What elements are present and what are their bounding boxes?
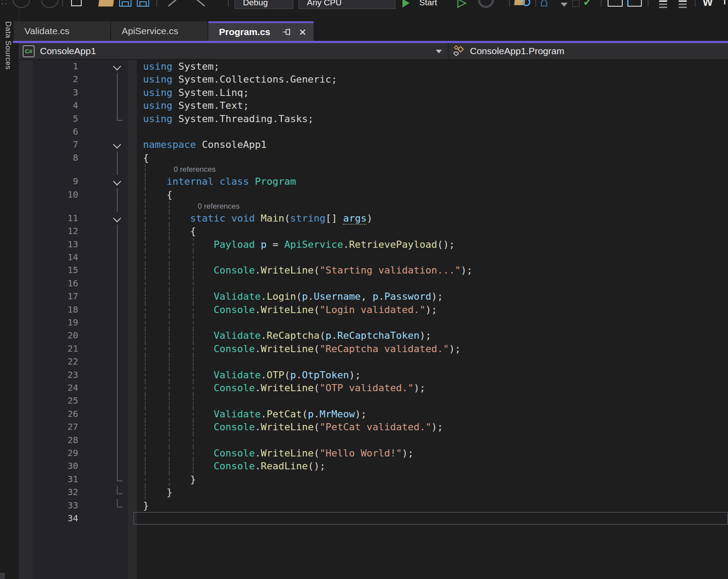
- code-line[interactable]: 7namespace ConsoleApp1: [19, 138, 728, 151]
- code-text[interactable]: static void Main(string[] args): [137, 212, 728, 225]
- code-line[interactable]: 28: [19, 434, 728, 447]
- breakpoint-margin-cell[interactable]: [19, 99, 32, 112]
- codelens-text-cell[interactable]: 0 references: [137, 201, 728, 212]
- code-text[interactable]: [137, 394, 728, 407]
- breakpoint-margin-cell[interactable]: [19, 355, 32, 368]
- breakpoint-margin-cell[interactable]: [19, 151, 32, 164]
- breakpoint-margin-cell[interactable]: [19, 201, 32, 212]
- code-text[interactable]: [137, 277, 728, 290]
- breakpoint-margin-cell[interactable]: [19, 86, 32, 99]
- debug-configuration-dropdown[interactable]: Debug: [235, 0, 293, 9]
- code-text[interactable]: }: [137, 473, 728, 486]
- code-line[interactable]: 21 Console.WriteLine("ReCaptcha validate…: [19, 342, 728, 355]
- breakpoint-margin-cell[interactable]: [19, 460, 32, 472]
- toolbar-overflow-icon[interactable]: [724, 0, 728, 4]
- codelens-references-label[interactable]: 0 references: [143, 164, 216, 175]
- code-line[interactable]: 6: [19, 125, 728, 138]
- breakpoint-margin-cell[interactable]: [19, 499, 32, 512]
- breakpoint-margin-cell[interactable]: [19, 316, 32, 329]
- code-line[interactable]: 25: [19, 394, 728, 407]
- open-folder-icon[interactable]: [98, 0, 115, 7]
- code-line[interactable]: 30 Console.ReadLine();: [19, 460, 728, 472]
- breakpoint-margin-cell[interactable]: [19, 329, 32, 342]
- start-button-label[interactable]: Start: [419, 0, 437, 8]
- fold-chevron-icon[interactable]: [113, 214, 121, 222]
- code-text[interactable]: Console.WriteLine("Starting validation..…: [137, 264, 728, 277]
- codelens-row[interactable]: 0 references: [19, 201, 728, 212]
- code-line[interactable]: 16: [19, 277, 728, 290]
- code-text[interactable]: Payload p = ApiService.RetrievePayload()…: [137, 238, 728, 251]
- code-line[interactable]: 13 Payload p = ApiService.RetrievePayloa…: [19, 238, 728, 251]
- breakpoint-margin-cell[interactable]: [19, 408, 32, 420]
- new-file-icon[interactable]: [71, 0, 82, 6]
- find-in-files-magnifier-icon[interactable]: [522, 0, 530, 6]
- code-line[interactable]: 19: [19, 316, 728, 329]
- breakpoint-margin-cell[interactable]: [19, 175, 32, 188]
- align-lines-icon[interactable]: [679, 0, 687, 9]
- codelens-row[interactable]: 0 references: [19, 164, 728, 175]
- run-code-analysis-check-icon[interactable]: ✓: [583, 0, 593, 9]
- code-line[interactable]: 15 Console.WriteLine("Starting validatio…: [19, 264, 728, 277]
- breakpoint-margin-cell[interactable]: [19, 212, 32, 225]
- code-line[interactable]: 9 internal class Program: [19, 175, 728, 188]
- breakpoint-margin-cell[interactable]: [19, 112, 32, 125]
- code-text[interactable]: {: [137, 151, 728, 164]
- profiler-icon[interactable]: [478, 0, 494, 8]
- pin-tab-icon[interactable]: [282, 27, 292, 37]
- code-text[interactable]: Console.WriteLine("OTP validated.");: [137, 381, 728, 394]
- run-without-debug-icon[interactable]: ▷: [457, 0, 466, 9]
- breakpoint-margin-cell[interactable]: [19, 73, 32, 86]
- breakpoint-margin-cell[interactable]: [19, 188, 32, 201]
- breakpoint-margin-cell[interactable]: [19, 381, 32, 394]
- fold-chevron-icon[interactable]: [113, 62, 121, 70]
- code-text[interactable]: Console.ReadLine();: [137, 460, 728, 472]
- breakpoint-margin-cell[interactable]: [19, 420, 32, 433]
- breakpoint-margin-cell[interactable]: [19, 369, 32, 381]
- code-text[interactable]: Console.WriteLine("Hello World!");: [137, 447, 728, 460]
- type-dropdown[interactable]: ConsoleApp1.Program: [449, 43, 728, 59]
- code-line[interactable]: 3using System.Linq;: [19, 86, 728, 99]
- code-line[interactable]: 33}: [19, 499, 728, 512]
- word-wrap-icon[interactable]: W: [703, 0, 713, 8]
- close-tab-icon[interactable]: ✕: [299, 28, 307, 37]
- breakpoint-margin-cell[interactable]: [19, 290, 32, 303]
- code-line[interactable]: 34: [19, 512, 728, 525]
- navigate-back-button[interactable]: [12, 0, 30, 8]
- redo-icon[interactable]: [195, 0, 205, 7]
- project-dropdown[interactable]: C# ConsoleApp1: [19, 43, 448, 59]
- code-text[interactable]: {: [137, 188, 728, 201]
- undo-icon[interactable]: [168, 0, 178, 7]
- code-text[interactable]: Console.WriteLine("PetCat validated.");: [137, 420, 728, 433]
- code-text[interactable]: using System;: [137, 60, 728, 73]
- fold-chevron-icon[interactable]: [113, 177, 121, 185]
- codelens-text-cell[interactable]: 0 references: [137, 164, 728, 175]
- tab-program-cs[interactable]: Program.cs✕: [208, 21, 314, 41]
- code-text[interactable]: [137, 434, 728, 447]
- code-line[interactable]: 27 Console.WriteLine("PetCat validated."…: [19, 420, 728, 433]
- breakpoint-margin-cell[interactable]: [19, 512, 32, 525]
- code-text[interactable]: }: [137, 486, 728, 499]
- code-line[interactable]: 24 Console.WriteLine("OTP validated.");: [19, 381, 728, 394]
- code-text[interactable]: namespace ConsoleApp1: [137, 138, 728, 151]
- code-line[interactable]: 14: [19, 251, 728, 264]
- indent-lines-icon[interactable]: [659, 0, 667, 9]
- code-text[interactable]: Validate.PetCat(p.MrMeow);: [137, 408, 728, 420]
- code-line[interactable]: 29 Console.WriteLine("Hello World!");: [19, 447, 728, 460]
- breakpoint-margin-cell[interactable]: [19, 303, 32, 316]
- code-text[interactable]: internal class Program: [137, 175, 728, 188]
- task-list-icon[interactable]: [627, 0, 642, 7]
- code-text[interactable]: Validate.ReCaptcha(p.ReCaptchaToken);: [137, 329, 728, 342]
- selection-box-icon[interactable]: [572, 0, 580, 7]
- code-text[interactable]: using System.Text;: [137, 99, 728, 112]
- tab-apiservice-cs[interactable]: ApiService.cs: [111, 21, 207, 41]
- breakpoint-margin-cell[interactable]: [19, 164, 32, 175]
- code-line[interactable]: 17 Validate.Login(p.Username, p.Password…: [19, 290, 728, 303]
- code-text[interactable]: Console.WriteLine("ReCaptcha validated."…: [137, 342, 728, 355]
- breakpoint-margin-cell[interactable]: [19, 486, 32, 499]
- breakpoint-margin-cell[interactable]: [19, 342, 32, 355]
- breakpoint-margin-cell[interactable]: [19, 264, 32, 277]
- code-line[interactable]: 1using System;: [19, 60, 728, 73]
- code-line[interactable]: 2using System.Collections.Generic;: [19, 73, 728, 86]
- code-line[interactable]: 10 {: [19, 188, 728, 201]
- output-window-icon[interactable]: [608, 0, 623, 7]
